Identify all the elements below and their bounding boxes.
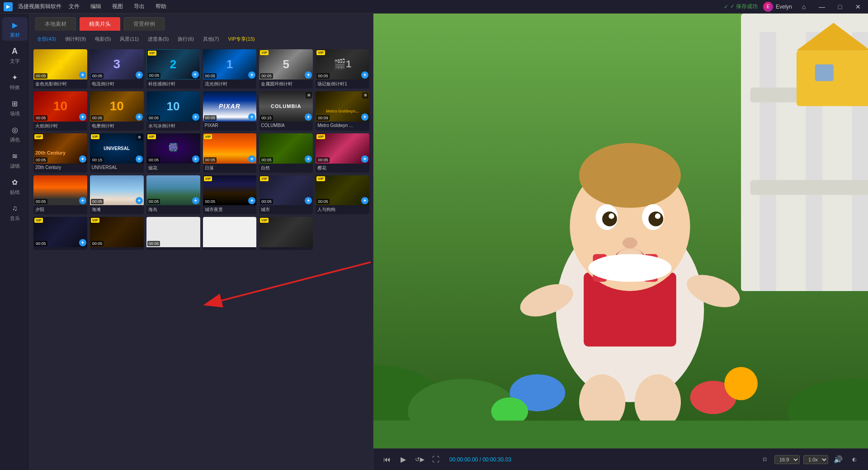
cat-countdown[interactable]: 倒计时(9) (61, 34, 90, 44)
duration-badge: 00:05 (34, 73, 47, 79)
duration-badge: 00:05 (34, 241, 47, 246)
list-item[interactable]: VIP 🎬1 00:05 + 场记板倒计时1 (316, 49, 369, 89)
cat-travel[interactable]: 旅行(6) (174, 34, 197, 44)
list-item[interactable]: VIP 20th Century 00:05 + 20th Century (33, 133, 87, 173)
tab-local-material[interactable]: 本地素材 (35, 17, 76, 31)
add-button[interactable]: + (136, 197, 143, 204)
menu-view[interactable]: 视图 (110, 2, 125, 11)
list-item[interactable]: 00:05 + 海岛 (146, 175, 200, 215)
add-button[interactable]: + (248, 71, 255, 79)
sidebar-item-effects[interactable]: ✦ 特效 (2, 70, 28, 93)
add-button[interactable]: + (136, 113, 143, 121)
add-button[interactable]: + (361, 113, 368, 121)
sticker-icon: ✿ (9, 177, 20, 188)
list-item[interactable]: VIP 00:05 (90, 217, 144, 250)
add-button[interactable]: + (361, 197, 368, 204)
list-item[interactable]: VIP 🎆 00:05 + 烟花 (146, 133, 200, 173)
menu-export[interactable]: 导出 (132, 2, 146, 11)
list-item[interactable]: 00:05 + 自然 (259, 133, 313, 173)
add-button[interactable]: + (305, 113, 312, 121)
list-item[interactable]: VIP 00:05 + 城市夜景 (203, 175, 257, 215)
list-item[interactable]: ⊞ COLUMBIA 00:15 + COLUMBIA (259, 91, 313, 131)
list-item[interactable]: VIP 00:05 + 城市 (259, 175, 313, 215)
list-item[interactable]: 00:05 + 夕阳 (33, 175, 87, 215)
list-item[interactable]: VIP ⊞ UNIVERSAL 00:15 + UNIVERSAL (90, 133, 144, 173)
add-button[interactable]: + (305, 71, 312, 79)
list-item[interactable]: VIP 00:05 + 樱花 (316, 133, 369, 173)
list-item[interactable]: VIP 00:05 + (33, 217, 87, 250)
add-button[interactable]: + (192, 197, 199, 204)
list-item[interactable]: VIP 00:05 + 日落 (203, 133, 257, 173)
sidebar-item-color[interactable]: ◎ 调色 (2, 122, 28, 146)
vip-badge: VIP (260, 218, 269, 223)
fullscreen-button[interactable]: ⛶ (429, 453, 442, 466)
cat-progress[interactable]: 进度条(5) (144, 34, 172, 44)
add-button[interactable]: + (248, 113, 255, 121)
close-button[interactable]: ✕ (852, 2, 864, 12)
audio-settings-button[interactable]: ◐ (848, 453, 861, 466)
cat-scenery[interactable]: 风景(11) (116, 34, 142, 44)
sidebar-item-sticker[interactable]: ✿ 贴纸 (2, 174, 28, 198)
duration-badge: 00:05 (316, 73, 330, 79)
add-button[interactable]: + (136, 71, 143, 79)
add-button[interactable]: + (136, 155, 143, 163)
add-button[interactable]: + (79, 197, 86, 204)
play-from-start-button[interactable]: ⏮ (381, 453, 393, 466)
menu-help[interactable]: 帮助 (154, 2, 168, 11)
add-button[interactable]: + (79, 239, 86, 246)
home-button[interactable]: ⌂ (797, 2, 810, 12)
list-item[interactable]: VIP 5 00:05 + 金属圆环倒计时 (259, 49, 313, 89)
cat-movie[interactable]: 电影(5) (91, 34, 114, 44)
list-item[interactable]: VIP (259, 217, 313, 250)
fit-frame-button[interactable]: ⊡ (758, 453, 771, 466)
list-item[interactable]: 10 00:05 + 电摩倒计时 (90, 91, 144, 131)
minimize-button[interactable]: — (816, 2, 828, 12)
play-button[interactable]: ▶ (397, 453, 410, 466)
add-button[interactable]: + (79, 71, 86, 79)
list-item[interactable]: VIP 2 00:05 + 科技感倒计时 (146, 49, 200, 89)
duration-badge: 00:05 (148, 73, 161, 78)
add-button[interactable]: + (192, 113, 199, 121)
add-button[interactable]: + (248, 197, 255, 204)
list-item[interactable]: 3 00:05 + 电流倒计时 (90, 49, 144, 89)
sidebar-item-music[interactable]: ♫ 音乐 (2, 201, 28, 224)
add-button[interactable]: + (361, 155, 368, 163)
add-button[interactable]: + (192, 155, 199, 163)
list-item[interactable]: 00:05 + 海滩 (90, 175, 144, 215)
list-item[interactable]: 10 00:05 + 水与冰倒计时 (146, 91, 200, 131)
cat-all[interactable]: 全部(43) (33, 34, 60, 44)
menu-file[interactable]: 文件 (67, 2, 81, 11)
media-label: 人与狗狗 (316, 205, 369, 214)
add-button[interactable]: + (79, 155, 86, 163)
maximize-button[interactable]: □ (834, 2, 846, 12)
list-item[interactable]: ⊞ Metro Goldwyn... 00:09 + Metro Goldwyn… (316, 91, 369, 131)
tab-background[interactable]: 背景样例 (124, 17, 165, 31)
list-item[interactable]: VIP 00:05 + 人与狗狗 (316, 175, 369, 215)
play-loop-button[interactable]: ↺▶ (413, 453, 426, 466)
volume-button[interactable]: 🔊 (832, 453, 844, 466)
speed-select[interactable]: 1.0x 0.5x 2.0x (803, 455, 828, 464)
add-button[interactable]: + (361, 71, 368, 79)
list-item[interactable]: 10 00:05 + 火焰倒计时 (33, 91, 87, 131)
add-button[interactable]: + (79, 113, 86, 121)
cat-vip[interactable]: VIP专享(15) (224, 34, 258, 44)
list-item[interactable]: 1 00:05 + 金色光影倒计时 (33, 49, 87, 89)
cat-other[interactable]: 其他(7) (199, 34, 222, 44)
add-button[interactable]: + (248, 155, 255, 163)
aspect-ratio-select[interactable]: 16:9 9:16 4:3 1:1 (774, 455, 800, 464)
sidebar-item-filter[interactable]: ≋ 滤镜 (2, 148, 28, 172)
sidebar-item-text[interactable]: A 文字 (2, 43, 28, 67)
list-item[interactable]: 00:05 (146, 217, 200, 250)
duration-badge: 00:15 (91, 157, 104, 163)
list-item[interactable]: PIXAR 00:05 + PIXAR (203, 91, 257, 131)
sidebar-item-material[interactable]: ▶ 素材 (2, 17, 28, 41)
list-item[interactable]: 1 00:05 + 流光倒计时 (203, 49, 257, 89)
sidebar-item-scene[interactable]: ⊞ 场境 (2, 96, 28, 119)
menu-edit[interactable]: 编辑 (89, 2, 103, 11)
list-item[interactable] (203, 217, 257, 250)
tab-premium-title[interactable]: 精美片头 (80, 17, 120, 31)
add-button[interactable]: + (192, 71, 199, 78)
color-icon: ◎ (9, 124, 20, 135)
add-button[interactable]: + (305, 155, 312, 163)
add-button[interactable]: + (305, 197, 312, 204)
